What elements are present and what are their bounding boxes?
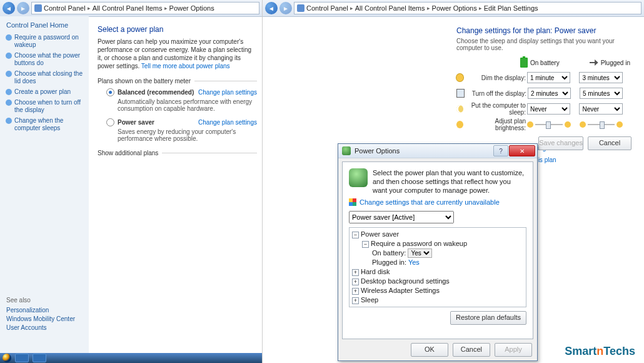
change-plan-settings-link[interactable]: Change plan settings: [198, 119, 257, 126]
restore-plan-defaults-button[interactable]: Restore plan defaults: [450, 311, 526, 325]
sleep-plugged-select[interactable]: Never: [579, 103, 623, 115]
tree-leaf-plugged-in: Plugged in: Yes: [372, 258, 525, 267]
crumb-2[interactable]: Power Options: [432, 4, 477, 12]
off-plugged-select[interactable]: 5 minutes: [580, 88, 623, 99]
sleep-battery-select[interactable]: Never: [527, 103, 571, 115]
power-options-dialog: Power Options ? ✕ Advanced settings Sele…: [338, 143, 538, 361]
forward-button[interactable]: ►: [279, 2, 292, 14]
tree-leaf-on-battery: On battery: Yes: [372, 248, 525, 258]
see-also-mobility[interactable]: Windows Mobility Center: [6, 315, 75, 322]
plan-radio-power-saver[interactable]: [106, 118, 114, 126]
dim-plugged-select[interactable]: 3 minutes: [579, 72, 623, 83]
tab-panel: Select the power plan that you want to c…: [342, 161, 533, 339]
on-battery-value-select[interactable]: Yes: [408, 248, 432, 258]
bullet-icon: [6, 71, 12, 77]
tree-node-password[interactable]: Require a password on wakeup: [371, 240, 467, 247]
help-button[interactable]: ?: [493, 145, 508, 156]
cancel-button[interactable]: Cancel: [453, 343, 490, 357]
crumb-2[interactable]: Power Options: [169, 4, 214, 12]
expand-toggle[interactable]: −: [362, 241, 369, 248]
see-also-header: See also: [6, 297, 75, 304]
breadcrumb[interactable]: Control Panel▸ All Control Panel Items▸ …: [294, 2, 641, 14]
navbar: ◄ ► Control Panel▸ All Control Panel Ite…: [0, 0, 262, 17]
show-additional-plans[interactable]: Show additional plans: [98, 150, 257, 156]
taskbar-item-app[interactable]: [33, 354, 46, 362]
see-also-user-accounts[interactable]: User Accounts: [6, 324, 75, 331]
navbar: ◄ ► Control Panel▸ All Control Panel Ite…: [263, 0, 644, 17]
breadcrumb[interactable]: Control Panel▸ All Control Panel Items▸ …: [31, 2, 259, 14]
crumb-3[interactable]: Edit Plan Settings: [484, 4, 538, 12]
change-plan-settings-link[interactable]: Change plan settings: [198, 89, 257, 96]
close-button[interactable]: ✕: [509, 145, 535, 156]
display-icon: [456, 89, 465, 98]
sidebar-link-lid[interactable]: Choose what closing the lid does: [6, 70, 85, 85]
crumb-0[interactable]: Control Panel: [306, 4, 348, 12]
power-plan-select[interactable]: Power saver [Active]: [349, 211, 454, 223]
sun-icon: [456, 121, 463, 128]
crumb-1[interactable]: All Control Panel Items: [355, 4, 425, 12]
row-label: Adjust plan brightness:: [466, 118, 527, 131]
bullet-icon: [6, 53, 12, 59]
expand-toggle[interactable]: −: [352, 232, 359, 238]
tree-node-root[interactable]: Power saver: [361, 230, 399, 238]
plan-description: Automatically balances performance with …: [118, 98, 257, 112]
cancel-button[interactable]: Cancel: [588, 136, 631, 150]
power-plan-icon: [349, 168, 368, 187]
dim-battery-select[interactable]: 1 minute: [527, 72, 571, 83]
tree-node-desktop-bg[interactable]: Desktop background settings: [361, 277, 450, 285]
settings-tree[interactable]: −Power saver −Require a password on wake…: [349, 227, 526, 307]
expand-toggle[interactable]: +: [352, 269, 359, 276]
sidebar-link-sleep[interactable]: Change when the computer sleeps: [6, 117, 85, 132]
brightness-plugged-slider[interactable]: [588, 124, 615, 125]
main-content: Select a power plan Power plans can help…: [89, 16, 262, 353]
battery-icon: [520, 58, 528, 68]
moon-icon: [456, 105, 463, 113]
sidebar-link-create-plan[interactable]: Create a power plan: [6, 88, 85, 96]
change-unavailable-link[interactable]: Change settings that are currently unava…: [360, 198, 500, 206]
plugged-in-header: Plugged in: [601, 59, 630, 66]
tell-me-more-link[interactable]: Tell me more about power plans: [141, 63, 230, 69]
tree-node-usb[interactable]: USB settings: [361, 305, 401, 307]
column-headers: On battery Plugged in: [520, 58, 631, 68]
forward-button[interactable]: ►: [17, 2, 29, 14]
expand-toggle[interactable]: +: [352, 307, 359, 307]
save-changes-button[interactable]: Save changes: [538, 136, 583, 150]
taskbar-item-explorer[interactable]: [15, 354, 29, 362]
power-options-window: ◄ ► Control Panel▸ All Control Panel Ite…: [0, 0, 263, 363]
bullet-icon: [6, 100, 12, 106]
expand-toggle[interactable]: +: [352, 297, 359, 304]
tree-node-wireless[interactable]: Wireless Adapter Settings: [361, 287, 440, 294]
crumb-1[interactable]: All Control Panel Items: [93, 4, 163, 12]
plans-shown-header: Plans shown on the battery meter: [98, 78, 257, 84]
back-button[interactable]: ◄: [3, 2, 15, 14]
crumb-0[interactable]: Control Panel: [44, 4, 86, 12]
start-orb[interactable]: [3, 354, 11, 362]
sidebar-link-display-off[interactable]: Choose when to turn off the display: [6, 99, 85, 114]
plan-radio-balanced[interactable]: [106, 88, 114, 96]
row-label: Dim the display:: [466, 74, 527, 81]
sidebar-link-power-buttons[interactable]: Choose what the power buttons do: [6, 52, 85, 67]
tree-node-hard-disk[interactable]: Hard disk: [361, 268, 390, 275]
sidebar-link-password[interactable]: Require a password on wakeup: [6, 34, 85, 49]
uac-shield-icon: [349, 198, 356, 206]
row-dim-display: Dim the display: 1 minute 3 minutes: [456, 71, 631, 84]
back-button[interactable]: ◄: [265, 2, 278, 14]
tree-node-sleep[interactable]: Sleep: [361, 296, 378, 304]
ok-button[interactable]: OK: [411, 343, 448, 357]
dialog-title: Power Options: [355, 147, 493, 155]
plan-power-saver: Power saver Change plan settings Saves e…: [106, 118, 257, 142]
expand-toggle[interactable]: +: [352, 279, 359, 285]
dialog-button-row: OK Cancel Apply: [408, 343, 532, 357]
plugged-in-value[interactable]: Yes: [408, 258, 420, 266]
brightness-battery-slider[interactable]: [535, 124, 562, 125]
off-battery-select[interactable]: 2 minutes: [528, 88, 571, 99]
plan-name: Balanced (recommended): [118, 89, 194, 96]
brightness-min-icon: [527, 121, 533, 128]
expand-toggle[interactable]: +: [352, 288, 359, 295]
apply-button[interactable]: Apply: [495, 343, 532, 357]
see-also-personalization[interactable]: Personalization: [6, 307, 75, 314]
taskbar: [0, 353, 262, 363]
sidebar: Control Panel Home Require a password on…: [0, 16, 89, 353]
control-panel-home-link[interactable]: Control Panel Home: [6, 21, 85, 29]
row-sleep: Put the computer to sleep: Never Never: [456, 103, 631, 115]
